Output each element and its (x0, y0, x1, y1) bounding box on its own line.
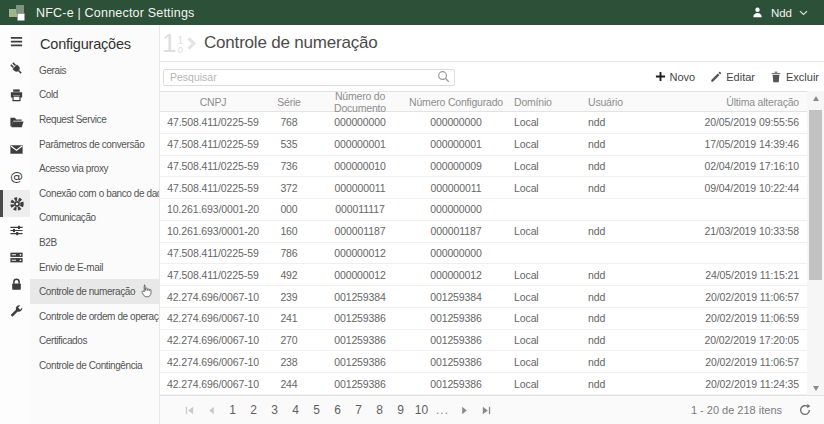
rail-item-printer[interactable] (0, 82, 30, 109)
wrench-icon (9, 304, 24, 319)
table-row[interactable]: 47.508.411/0225-59492000000012000000012L… (160, 264, 807, 286)
rail-item-at[interactable]: @ (0, 163, 30, 190)
page-button-4[interactable]: 4 (285, 399, 306, 421)
column-header-cnpj[interactable]: CNPJ (160, 96, 266, 108)
table-row[interactable]: 10.261.693/0001-20160000001187000001187L… (160, 221, 807, 243)
page-button-2[interactable]: 2 (243, 399, 264, 421)
table-row[interactable]: 47.508.411/0225-59768000000000000000000L… (160, 112, 807, 134)
page-header: 1 1o Controle de numeração (160, 25, 824, 62)
table-row[interactable]: 42.274.696/0067-10238001259386001259386L… (160, 351, 807, 373)
column-header-usuario[interactable]: Usuário (580, 96, 684, 108)
page-button-6[interactable]: 6 (327, 399, 348, 421)
rail-item-lock[interactable] (0, 271, 30, 298)
column-header-ultima-alteracao[interactable]: Última alteração (684, 96, 807, 108)
lock-icon (9, 277, 24, 292)
last-page-button[interactable] (475, 399, 497, 421)
prev-page-button[interactable] (200, 399, 222, 421)
page-button-7[interactable]: 7 (348, 399, 369, 421)
rail-item-mail[interactable] (0, 136, 30, 163)
user-menu[interactable]: Ndd (751, 6, 824, 19)
cell-cnpj: 42.274.696/0067-10 (160, 378, 266, 390)
cell-usuario: ndd (580, 160, 684, 172)
page-button-5[interactable]: 5 (306, 399, 327, 421)
sidebar-item-label: Parâmetros de conversão (39, 139, 144, 150)
main-content: 1 1o Controle de numeração Novo (160, 25, 824, 424)
next-page-button[interactable] (453, 399, 475, 421)
rail-item-sliders[interactable] (0, 217, 30, 244)
sidebar-item-12[interactable]: Certificados (30, 329, 159, 354)
search-icon[interactable] (437, 69, 450, 87)
chevron-down-icon (799, 10, 808, 16)
cell-numero-configurado: 000000001 (408, 138, 504, 150)
table-row[interactable]: 10.261.693/0001-20000000011117000000000 (160, 199, 807, 221)
sidebar-item-3[interactable]: Request Service (30, 107, 159, 132)
pencil-icon (710, 71, 722, 83)
page-title: Controle de numeração (204, 33, 377, 53)
rail-item-gear[interactable] (0, 190, 30, 217)
hand-cursor-icon (140, 283, 153, 301)
cell-numero-documento: 001259386 (312, 356, 408, 368)
user-name: Ndd (771, 7, 792, 19)
delete-button[interactable]: Excluir (770, 71, 819, 83)
table-row[interactable]: 42.274.696/0067-10244001259386001259386L… (160, 373, 807, 395)
scroll-thumb[interactable] (809, 110, 822, 280)
table-row[interactable]: 42.274.696/0067-10270001259386001259386L… (160, 330, 807, 352)
cell-ultima-alteracao: 20/02/2019 11:06:57 (684, 356, 807, 368)
new-button[interactable]: Novo (655, 71, 696, 83)
column-header-dominio[interactable]: Domínio (504, 96, 580, 108)
table-body: 47.508.411/0225-59768000000000000000000L… (160, 112, 807, 395)
cell-numero-documento: 000000010 (312, 160, 408, 172)
column-header-numero-configurado[interactable]: Número Configurado (408, 96, 504, 108)
cell-cnpj: 42.274.696/0067-10 (160, 291, 266, 303)
table-row[interactable]: 47.508.411/0225-59372000000011000000011L… (160, 177, 807, 199)
search-input[interactable] (163, 69, 455, 86)
sidebar-item-9[interactable]: Envio de E-mail (30, 255, 159, 280)
edit-button[interactable]: Editar (710, 71, 755, 83)
rail-item-server[interactable] (0, 244, 30, 271)
sidebar-item-11[interactable]: Controle de ordem de operação (30, 304, 159, 329)
column-header-numero-documento[interactable]: Número do Documento (312, 90, 408, 114)
page-ellipsis[interactable]: ... (432, 399, 453, 421)
sidebar-item-8[interactable]: B2B (30, 230, 159, 255)
rail-item-plug[interactable] (0, 55, 30, 82)
cell-numero-documento: 000000000 (312, 116, 408, 128)
cell-usuario: ndd (580, 116, 684, 128)
sliders-icon (9, 223, 24, 238)
cell-dominio: Local (504, 160, 580, 172)
table-row[interactable]: 47.508.411/0225-59786000000012000000000 (160, 243, 807, 265)
sidebar-item-1[interactable]: Gerais (30, 58, 159, 83)
table-scrollbar[interactable] (807, 91, 824, 395)
table-row[interactable]: 47.508.411/0225-59736000000010000000009L… (160, 156, 807, 178)
first-page-button[interactable] (178, 399, 200, 421)
cell-numero-configurado: 001259384 (408, 291, 504, 303)
page-button-8[interactable]: 8 (369, 399, 390, 421)
sidebar-item-6[interactable]: Conexão com o banco de dados (30, 181, 159, 206)
app-title: NFC-e | Connector Settings (36, 6, 195, 20)
rail-item-wrench[interactable] (0, 298, 30, 325)
table-row[interactable]: 42.274.696/0067-10241001259386001259386L… (160, 308, 807, 330)
cell-ultima-alteracao: 17/05/2019 14:39:46 (684, 138, 807, 150)
sidebar-item-label: Controle de numeração (39, 286, 135, 297)
scroll-down-icon[interactable] (807, 381, 824, 395)
cell-numero-configurado: 000000000 (408, 247, 504, 259)
scroll-up-icon[interactable] (807, 91, 824, 105)
page-button-9[interactable]: 9 (390, 399, 411, 421)
page-button-1[interactable]: 1 (222, 399, 243, 421)
table-row[interactable]: 47.508.411/0225-59535000000001000000001L… (160, 134, 807, 156)
refresh-button[interactable] (798, 403, 812, 417)
table-row[interactable]: 42.274.696/0067-10239001259384001259384L… (160, 286, 807, 308)
column-header-serie[interactable]: Série (266, 96, 312, 108)
page-button-10[interactable]: 10 (411, 399, 432, 421)
sidebar-item-5[interactable]: Acesso via proxy (30, 156, 159, 181)
cell-dominio: Local (504, 356, 580, 368)
sidebar-item-7[interactable]: Comunicação (30, 206, 159, 231)
cell-dominio: Local (504, 225, 580, 237)
sidebar-item-13[interactable]: Controle de Contingência (30, 353, 159, 378)
sidebar-item-4[interactable]: Parâmetros de conversão (30, 132, 159, 157)
page-button-3[interactable]: 3 (264, 399, 285, 421)
rail-item-menu[interactable] (0, 28, 30, 55)
sidebar-item-2[interactable]: Cold (30, 83, 159, 108)
rail-item-folder[interactable] (0, 109, 30, 136)
sidebar-item-10[interactable]: Controle de numeração (30, 279, 159, 304)
sidebar-item-label: Certificados (39, 335, 87, 346)
